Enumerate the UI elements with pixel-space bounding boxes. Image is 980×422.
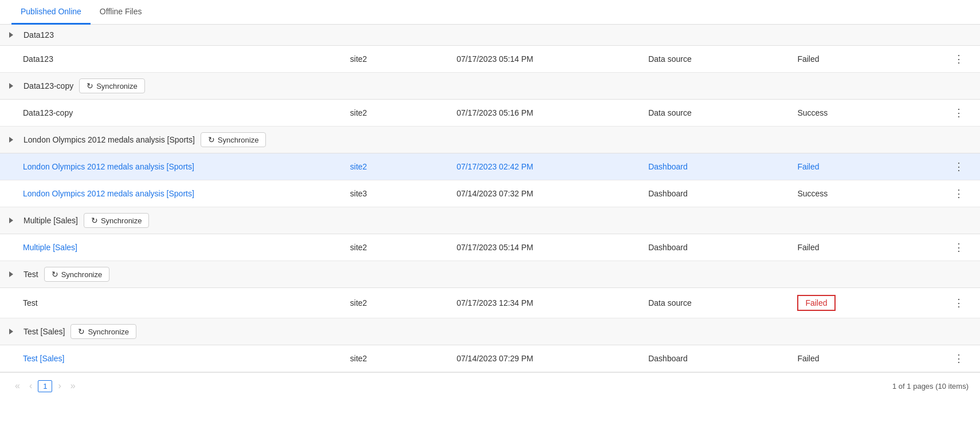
action-cell: ⋮ bbox=[938, 46, 980, 73]
item-date: 07/14/2023 07:32 PM bbox=[448, 180, 640, 207]
tab-offline-files[interactable]: Offline Files bbox=[91, 0, 151, 25]
table-row: Data123-copysite207/17/2023 05:16 PMData… bbox=[0, 100, 980, 127]
item-type: Dashboard bbox=[639, 234, 788, 261]
tab-published-online[interactable]: Published Online bbox=[11, 0, 91, 25]
group-name: Data123-copy bbox=[23, 81, 73, 90]
collapse-icon[interactable] bbox=[9, 137, 13, 143]
item-status: Success bbox=[788, 180, 937, 207]
item-name-link[interactable]: Multiple [Sales] bbox=[23, 243, 77, 252]
sync-icon: ↻ bbox=[52, 270, 58, 279]
item-site: site3 bbox=[341, 180, 448, 207]
sync-label: Synchronize bbox=[101, 216, 142, 225]
table-row: Testsite207/17/2023 12:34 PMData sourceF… bbox=[0, 288, 980, 318]
action-cell: ⋮ bbox=[938, 100, 980, 127]
item-status: Failed bbox=[788, 345, 937, 372]
item-name-link[interactable]: London Olympics 2012 medals analysis [Sp… bbox=[23, 162, 194, 171]
action-cell: ⋮ bbox=[938, 234, 980, 261]
item-status: Failed bbox=[788, 234, 937, 261]
more-options-button[interactable]: ⋮ bbox=[950, 296, 967, 310]
more-options-button[interactable]: ⋮ bbox=[950, 106, 967, 120]
item-status: Failed bbox=[788, 288, 937, 318]
first-page-button[interactable]: « bbox=[11, 380, 23, 392]
item-status: Success bbox=[788, 100, 937, 127]
sync-label: Synchronize bbox=[61, 270, 103, 279]
item-date: 07/17/2023 05:14 PM bbox=[448, 234, 640, 261]
page-controls: « ‹ 1 › » bbox=[11, 380, 79, 392]
more-options-button[interactable]: ⋮ bbox=[950, 187, 967, 200]
group-row: Test [Sales]↻Synchronize bbox=[0, 318, 980, 345]
next-page-button[interactable]: › bbox=[54, 380, 64, 392]
collapse-icon[interactable] bbox=[9, 32, 13, 38]
status-badge: Failed bbox=[797, 295, 835, 311]
group-name: Data123 bbox=[23, 30, 54, 40]
synchronize-button[interactable]: ↻Synchronize bbox=[44, 267, 110, 282]
table-row: Test [Sales]site207/14/2023 07:29 PMDash… bbox=[0, 345, 980, 372]
sync-icon: ↻ bbox=[87, 81, 93, 90]
tab-bar: Published Online Offline Files bbox=[0, 0, 980, 25]
item-site: site2 bbox=[341, 100, 448, 127]
item-type: Dashboard bbox=[639, 345, 788, 372]
synchronize-button[interactable]: ↻Synchronize bbox=[84, 213, 150, 228]
item-site: site2 bbox=[341, 46, 448, 73]
group-name: Test [Sales] bbox=[23, 327, 65, 336]
synchronize-button[interactable]: ↻Synchronize bbox=[79, 78, 145, 93]
collapse-icon[interactable] bbox=[9, 218, 13, 223]
prev-page-button[interactable]: ‹ bbox=[26, 380, 36, 392]
group-row: Data123 bbox=[0, 25, 980, 46]
collapse-icon[interactable] bbox=[9, 329, 13, 334]
item-type: Dashboard bbox=[639, 180, 788, 207]
table-row: Data123site207/17/2023 05:14 PMData sour… bbox=[0, 46, 980, 73]
group-name: Multiple [Sales] bbox=[23, 216, 78, 225]
more-options-button[interactable]: ⋮ bbox=[950, 240, 967, 254]
item-name-link[interactable]: Test [Sales] bbox=[23, 354, 64, 363]
item-date: 07/17/2023 12:34 PM bbox=[448, 288, 640, 318]
item-type: Data source bbox=[639, 100, 788, 127]
item-status: Failed bbox=[788, 46, 937, 73]
item-name: Data123-copy bbox=[0, 100, 341, 127]
action-cell: ⋮ bbox=[938, 345, 980, 372]
item-type: Data source bbox=[639, 288, 788, 318]
table-row: London Olympics 2012 medals analysis [Sp… bbox=[0, 180, 980, 207]
item-site: site2 bbox=[341, 234, 448, 261]
sync-label: Synchronize bbox=[96, 82, 138, 90]
more-options-button[interactable]: ⋮ bbox=[950, 52, 967, 66]
item-date: 07/17/2023 02:42 PM bbox=[448, 153, 640, 180]
sync-icon: ↻ bbox=[208, 135, 215, 144]
collapse-icon[interactable] bbox=[9, 271, 13, 277]
group-row: Data123-copy↻Synchronize bbox=[0, 73, 980, 100]
sync-label: Synchronize bbox=[88, 328, 129, 336]
current-page: 1 bbox=[38, 380, 52, 392]
group-name: Test bbox=[23, 270, 38, 279]
sync-icon: ↻ bbox=[91, 216, 98, 225]
synchronize-button[interactable]: ↻Synchronize bbox=[201, 132, 266, 147]
sync-icon: ↻ bbox=[78, 327, 85, 336]
sync-label: Synchronize bbox=[218, 136, 259, 144]
more-options-button[interactable]: ⋮ bbox=[950, 160, 967, 173]
synchronize-button[interactable]: ↻Synchronize bbox=[70, 324, 136, 339]
item-type: Data source bbox=[639, 46, 788, 73]
item-name: Test bbox=[0, 288, 341, 318]
item-site: site2 bbox=[341, 345, 448, 372]
item-site: site2 bbox=[341, 288, 448, 318]
item-site: site2 bbox=[341, 153, 448, 180]
item-date: 07/14/2023 07:29 PM bbox=[448, 345, 640, 372]
collapse-icon[interactable] bbox=[9, 83, 13, 89]
action-cell: ⋮ bbox=[938, 180, 980, 207]
item-date: 07/17/2023 05:16 PM bbox=[448, 100, 640, 127]
item-name: Data123 bbox=[0, 46, 341, 73]
more-options-button[interactable]: ⋮ bbox=[950, 352, 967, 365]
pagination-bar: « ‹ 1 › » 1 of 1 pages (10 items) bbox=[0, 372, 980, 399]
last-page-button[interactable]: » bbox=[67, 380, 79, 392]
group-row: Multiple [Sales]↻Synchronize bbox=[0, 207, 980, 234]
main-table-container: Data123Data123site207/17/2023 05:14 PMDa… bbox=[0, 25, 980, 372]
item-type: Dashboard bbox=[639, 153, 788, 180]
action-cell: ⋮ bbox=[938, 153, 980, 180]
item-status: Failed bbox=[788, 153, 937, 180]
table-row: Multiple [Sales]site207/17/2023 05:14 PM… bbox=[0, 234, 980, 261]
item-date: 07/17/2023 05:14 PM bbox=[448, 46, 640, 73]
item-name-link[interactable]: London Olympics 2012 medals analysis [Sp… bbox=[23, 189, 194, 198]
group-name: London Olympics 2012 medals analysis [Sp… bbox=[23, 135, 195, 144]
table-row: London Olympics 2012 medals analysis [Sp… bbox=[0, 153, 980, 180]
action-cell: ⋮ bbox=[938, 288, 980, 318]
group-row: Test↻Synchronize bbox=[0, 261, 980, 288]
